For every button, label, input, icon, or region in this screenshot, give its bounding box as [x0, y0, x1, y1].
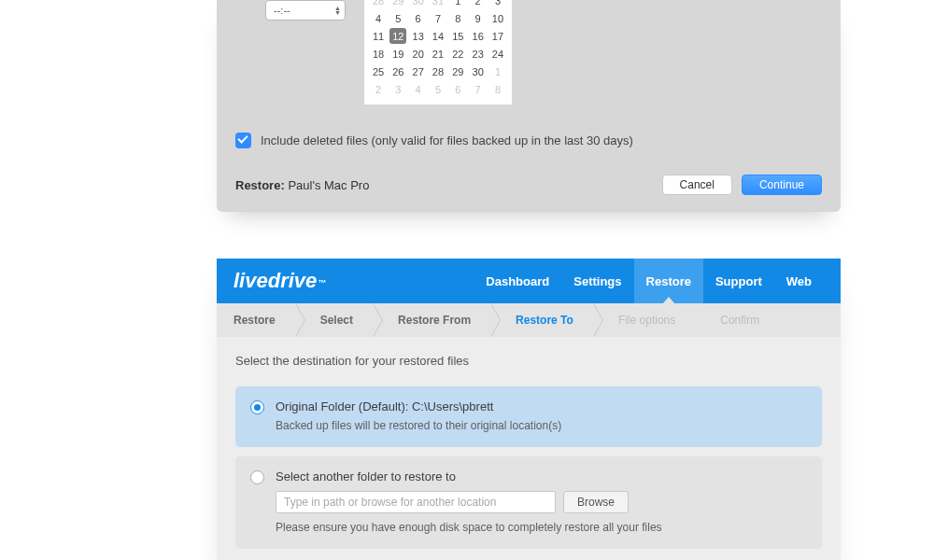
- option-original-folder[interactable]: Original Folder (Default): C:\Users\pbre…: [235, 386, 822, 447]
- calendar-day[interactable]: 2: [470, 0, 487, 8]
- crumb-select[interactable]: Select: [296, 303, 374, 337]
- option-another-folder[interactable]: Select another folder to restore to Type…: [235, 456, 822, 549]
- calendar-day[interactable]: 30: [410, 0, 427, 8]
- calendar-day[interactable]: 28: [430, 63, 446, 79]
- calendar-day[interactable]: 22: [449, 46, 466, 62]
- instruction-text: Select the destination for your restored…: [235, 354, 822, 368]
- calendar-day[interactable]: 15: [449, 28, 466, 44]
- calendar-day[interactable]: 24: [489, 46, 506, 62]
- restore-to-panel: livedrive™ DashboardSettingsRestoreSuppo…: [217, 259, 841, 560]
- option-another-note: Please ensure you have enough disk space…: [276, 521, 807, 534]
- nav-settings[interactable]: Settings: [561, 259, 633, 303]
- calendar-day[interactable]: 9: [470, 10, 487, 26]
- calendar-day[interactable]: 13: [410, 28, 427, 44]
- restore-prefix: Restore:: [235, 178, 285, 192]
- calendar-day[interactable]: 20: [410, 46, 427, 62]
- include-deleted-checkbox[interactable]: [235, 133, 251, 148]
- calendar-day[interactable]: 5: [430, 81, 446, 97]
- include-deleted-label: Include deleted files (only valid for fi…: [261, 133, 633, 147]
- browse-button[interactable]: Browse: [563, 491, 629, 513]
- radio-original-folder[interactable]: [250, 400, 264, 414]
- logo: livedrive™: [234, 269, 326, 293]
- path-input[interactable]: Type in path or browse for another locat…: [276, 491, 556, 513]
- calendar-day[interactable]: 8: [449, 10, 466, 26]
- nav-support[interactable]: Support: [703, 259, 774, 303]
- calendar-day[interactable]: 29: [389, 0, 406, 8]
- stepper-arrows-icon[interactable]: ▲▼: [334, 6, 341, 15]
- calendar-day[interactable]: 1: [489, 63, 506, 79]
- calendar-day[interactable]: 21: [430, 46, 446, 62]
- radio-another-folder[interactable]: [250, 470, 264, 484]
- calendar-day[interactable]: 2: [370, 81, 387, 97]
- calendar-day[interactable]: 31: [430, 0, 446, 8]
- calendar-day[interactable]: 6: [410, 10, 427, 26]
- calendar-day[interactable]: 1: [449, 0, 466, 8]
- cancel-button[interactable]: Cancel: [662, 175, 732, 195]
- option-original-title: Original Folder (Default): C:\Users\pbre…: [276, 399, 807, 413]
- calendar[interactable]: 2829303112345678910111213141516171819202…: [364, 0, 512, 105]
- time-select[interactable]: --:-- ▲▼: [265, 0, 346, 21]
- crumb-restore[interactable]: Restore: [217, 303, 296, 337]
- restore-target: Paul's Mac Pro: [288, 178, 369, 192]
- calendar-day[interactable]: 14: [430, 28, 446, 44]
- calendar-day[interactable]: 25: [370, 63, 387, 79]
- calendar-day[interactable]: 4: [370, 10, 387, 26]
- path-input-placeholder: Type in path or browse for another locat…: [284, 496, 496, 509]
- calendar-day[interactable]: 7: [470, 81, 487, 97]
- time-value: --:--: [274, 5, 290, 16]
- breadcrumb: RestoreSelectRestore FromRestore ToFile …: [217, 303, 841, 337]
- calendar-day[interactable]: 3: [389, 81, 406, 97]
- calendar-day[interactable]: 6: [449, 81, 466, 97]
- crumb-confirm: Confirm: [696, 303, 780, 337]
- continue-button[interactable]: Continue: [742, 175, 822, 195]
- logo-tm: ™: [318, 278, 326, 287]
- calendar-day[interactable]: 11: [370, 28, 387, 44]
- option-original-sub: Backed up files will be restored to thei…: [276, 419, 807, 432]
- logo-text: livedrive: [234, 269, 317, 292]
- calendar-day[interactable]: 27: [410, 63, 427, 79]
- crumb-file-options: File options: [594, 303, 696, 337]
- calendar-day[interactable]: 30: [470, 63, 487, 79]
- date-selection-panel: --:-- ▲▼ 2829303112345678910111213141516…: [217, 0, 841, 212]
- calendar-day[interactable]: 10: [489, 10, 506, 26]
- calendar-day[interactable]: 23: [470, 46, 487, 62]
- calendar-day[interactable]: 16: [470, 28, 487, 44]
- calendar-day[interactable]: 5: [389, 10, 406, 26]
- calendar-day[interactable]: 26: [389, 63, 406, 79]
- crumb-restore-to[interactable]: Restore To: [491, 303, 594, 337]
- calendar-day[interactable]: 19: [389, 46, 406, 62]
- option-another-title: Select another folder to restore to: [276, 469, 807, 483]
- nav-dashboard[interactable]: Dashboard: [474, 259, 561, 303]
- calendar-day[interactable]: 18: [370, 46, 387, 62]
- crumb-restore-from[interactable]: Restore From: [374, 303, 491, 337]
- calendar-day[interactable]: 4: [410, 81, 427, 97]
- nav-restore[interactable]: Restore: [634, 259, 703, 303]
- calendar-day[interactable]: 7: [430, 10, 446, 26]
- calendar-day[interactable]: 3: [489, 0, 506, 8]
- calendar-day[interactable]: 29: [449, 63, 466, 79]
- calendar-day[interactable]: 28: [370, 0, 387, 8]
- calendar-day[interactable]: 17: [489, 28, 506, 44]
- calendar-day[interactable]: 8: [489, 81, 506, 97]
- calendar-day[interactable]: 12: [389, 28, 406, 44]
- nav-web[interactable]: Web: [774, 259, 824, 303]
- restore-target-label: Restore: Paul's Mac Pro: [235, 178, 369, 192]
- top-nav: livedrive™ DashboardSettingsRestoreSuppo…: [217, 259, 841, 303]
